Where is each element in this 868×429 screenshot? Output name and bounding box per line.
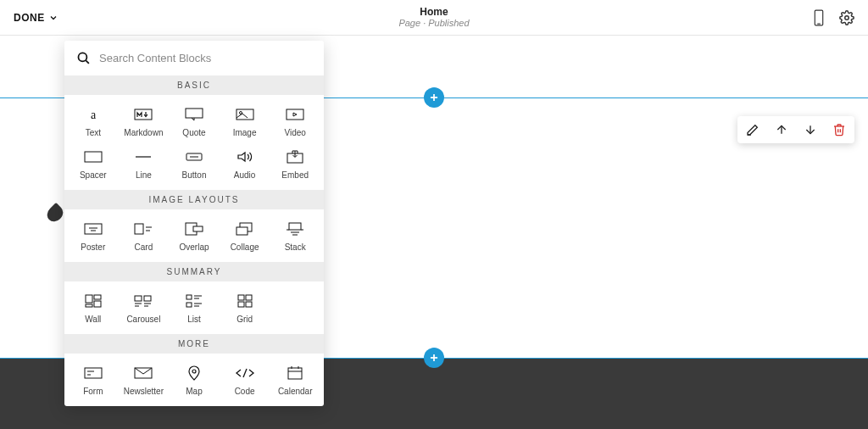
svg-text:a: a	[91, 109, 97, 121]
block-label: Overlap	[179, 242, 209, 252]
svg-rect-19	[85, 152, 102, 162]
block-label: Form	[83, 387, 103, 396]
block-label: Newsletter	[124, 387, 164, 396]
search-row	[64, 41, 324, 75]
block-calendar[interactable]: Calendar	[270, 360, 320, 403]
svg-rect-44	[86, 304, 92, 307]
block-code[interactable]: Code	[220, 360, 270, 403]
page-title-area: Home Page · Published	[398, 6, 469, 30]
block-text[interactable]: a Text	[68, 102, 119, 144]
block-audio[interactable]: Audio	[220, 144, 270, 187]
move-up-button[interactable]	[773, 121, 790, 138]
svg-rect-17	[287, 109, 303, 120]
block-quote[interactable]: Quote	[169, 102, 220, 144]
text-icon: a	[85, 108, 102, 121]
insert-handle[interactable]	[44, 203, 66, 225]
block-spacer[interactable]: Spacer	[68, 144, 119, 187]
svg-rect-15	[236, 109, 253, 120]
block-card[interactable]: Card	[119, 216, 170, 259]
pencil-icon	[746, 123, 760, 136]
block-stack[interactable]: Stack	[270, 216, 320, 259]
block-label: Line	[136, 170, 152, 180]
done-label: DONE	[14, 12, 45, 24]
svg-rect-43	[94, 301, 101, 307]
image-layouts-grid: Poster Card Overlap Collage Stack	[64, 209, 324, 262]
carousel-icon	[134, 295, 153, 307]
svg-rect-59	[238, 302, 244, 307]
wall-icon	[85, 294, 102, 308]
block-label: Markdown	[124, 128, 163, 137]
overlap-icon	[185, 222, 203, 236]
block-label: Stack	[285, 242, 306, 252]
block-collage[interactable]: Collage	[220, 216, 270, 259]
block-label: Map	[186, 387, 202, 396]
list-icon	[186, 294, 203, 308]
gear-icon[interactable]	[839, 10, 854, 25]
svg-rect-58	[246, 295, 252, 300]
svg-rect-35	[236, 227, 248, 235]
more-grid: Form Newsletter Map Code Calendar	[64, 354, 324, 406]
delete-button[interactable]	[831, 121, 848, 138]
category-header-image-layouts: IMAGE LAYOUTS	[64, 190, 324, 209]
mobile-icon[interactable]	[812, 9, 826, 26]
move-down-button[interactable]	[802, 121, 819, 138]
block-button[interactable]: Button	[169, 144, 220, 187]
block-newsletter[interactable]: Newsletter	[119, 360, 170, 403]
block-grid[interactable]: Grid	[220, 288, 270, 331]
block-image[interactable]: Image	[220, 102, 270, 144]
svg-rect-60	[246, 302, 252, 307]
category-header-summary: SUMMARY	[64, 262, 324, 281]
map-icon	[187, 365, 201, 381]
block-label: Collage	[231, 242, 259, 252]
svg-rect-46	[144, 296, 151, 301]
button-icon	[185, 151, 203, 163]
category-header-basic: BASIC	[64, 75, 324, 95]
block-overlap[interactable]: Overlap	[169, 216, 220, 259]
category-header-more: MORE	[64, 334, 324, 354]
form-icon	[84, 367, 103, 379]
quote-icon	[185, 108, 203, 121]
code-icon	[235, 367, 255, 379]
stack-icon	[286, 222, 304, 236]
add-section-button-bottom[interactable]	[424, 348, 444, 368]
svg-rect-33	[193, 226, 203, 231]
card-icon	[134, 223, 153, 235]
block-label: Card	[135, 242, 153, 252]
block-label: Calendar	[278, 387, 313, 396]
block-poster[interactable]: Poster	[68, 216, 119, 259]
block-form[interactable]: Form	[68, 360, 119, 403]
block-markdown[interactable]: Markdown	[119, 102, 170, 144]
plus-icon	[428, 92, 440, 103]
block-line[interactable]: Line	[119, 144, 170, 187]
block-label: Audio	[234, 170, 256, 180]
content-block-popover: BASIC a Text Markdown Quote Image Video	[64, 41, 324, 406]
done-button[interactable]: DONE	[14, 12, 58, 24]
header-bar: DONE Home Page · Published	[0, 0, 868, 36]
svg-rect-29	[135, 224, 143, 234]
block-carousel[interactable]: Carousel	[119, 288, 170, 331]
svg-line-11	[86, 60, 89, 64]
search-input[interactable]	[99, 52, 312, 64]
svg-rect-57	[238, 295, 244, 300]
embed-icon	[286, 150, 304, 164]
block-wall[interactable]: Wall	[68, 288, 119, 331]
block-label: Spacer	[80, 170, 107, 180]
block-list[interactable]: List	[169, 288, 220, 331]
newsletter-icon	[134, 367, 153, 379]
block-embed[interactable]: Embed	[270, 144, 320, 187]
edit-button[interactable]	[744, 121, 761, 138]
block-label: Wall	[85, 315, 101, 324]
block-label: Carousel	[126, 315, 160, 324]
block-label: Video	[284, 128, 305, 137]
svg-marker-23	[238, 153, 245, 161]
block-video[interactable]: Video	[270, 102, 320, 144]
svg-rect-54	[186, 303, 192, 307]
block-label: Poster	[81, 242, 105, 252]
block-map[interactable]: Map	[169, 360, 220, 403]
block-label: Quote	[182, 128, 205, 137]
block-label: List	[187, 315, 201, 324]
grid-icon	[237, 294, 253, 308]
svg-rect-42	[94, 295, 101, 299]
trash-icon	[832, 123, 846, 136]
add-section-button-top[interactable]	[424, 87, 444, 108]
